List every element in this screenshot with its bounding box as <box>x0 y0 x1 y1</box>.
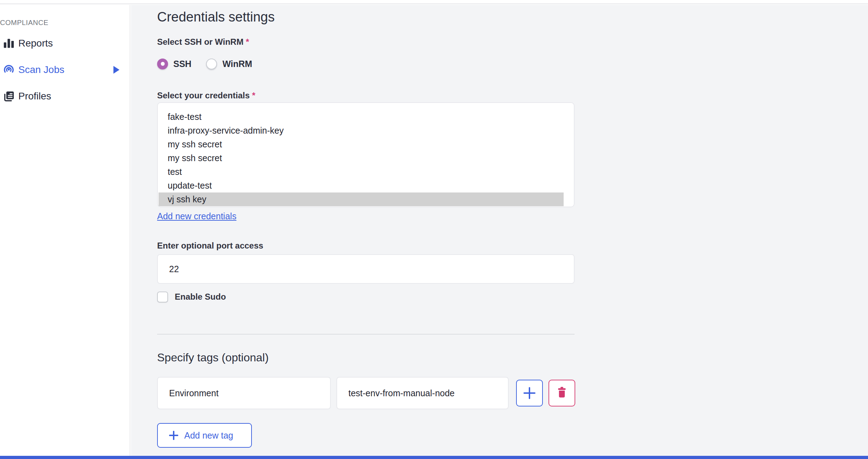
sidebar-item-profiles[interactable]: Profiles <box>0 88 130 104</box>
bottom-accent-bar <box>0 456 868 459</box>
sidebar-section-label: COMPLIANCE <box>0 18 48 27</box>
radio-ssh[interactable] <box>157 59 168 69</box>
page-title: Credentials settings <box>157 7 275 27</box>
enable-sudo-label: Enable Sudo <box>175 292 226 302</box>
sidebar-item-scan-jobs[interactable]: Scan Jobs <box>0 62 130 78</box>
add-new-tag-label: Add new tag <box>184 430 233 441</box>
add-new-credentials-link[interactable]: Add new credentials <box>157 211 236 221</box>
arrow-right-icon[interactable] <box>113 66 119 74</box>
credentials-field-label: Select your credentials * <box>157 90 255 101</box>
required-asterisk: * <box>246 37 249 47</box>
sidebar-item-label: Reports <box>18 38 53 49</box>
credential-option-selected[interactable]: vj ssh key <box>159 192 564 206</box>
delete-tag-row-button[interactable] <box>548 380 575 406</box>
sidebar: COMPLIANCE Reports Scan Jobs <box>0 5 130 459</box>
app-window: COMPLIANCE Reports Scan Jobs <box>0 0 868 459</box>
credential-option[interactable]: test <box>159 165 564 179</box>
enable-sudo-checkbox[interactable] <box>157 292 168 302</box>
protocol-field-label: Select SSH or WinRM * <box>157 37 249 47</box>
protocol-radio-group: SSH WinRM <box>157 58 252 70</box>
trash-icon <box>555 386 569 400</box>
tag-value-input[interactable] <box>336 377 509 409</box>
radar-icon <box>3 64 15 76</box>
plus-icon <box>169 431 178 440</box>
top-border <box>0 0 868 4</box>
sidebar-item-label: Profiles <box>18 91 51 102</box>
tag-key-input[interactable] <box>157 377 331 409</box>
radio-winrm-label: WinRM <box>222 59 252 69</box>
credential-option[interactable]: fake-test <box>159 110 564 124</box>
radio-option-ssh[interactable]: SSH <box>157 59 191 69</box>
section-divider <box>157 334 575 335</box>
credentials-listbox[interactable]: fake-test infra-proxy-service-admin-key … <box>157 102 575 207</box>
port-input[interactable] <box>157 254 575 284</box>
bar-chart-icon <box>3 37 15 49</box>
sidebar-item-reports[interactable]: Reports <box>0 36 130 51</box>
documents-icon <box>3 90 15 102</box>
radio-ssh-label: SSH <box>173 59 191 69</box>
credential-option[interactable]: my ssh secret <box>159 151 564 165</box>
enable-sudo-row: Enable Sudo <box>157 291 226 302</box>
tags-section-title: Specify tags (optional) <box>157 350 269 365</box>
radio-option-winrm[interactable]: WinRM <box>206 59 252 69</box>
plus-icon <box>523 387 535 399</box>
main-content: Credentials settings Select SSH or WinRM… <box>131 5 868 459</box>
add-tag-row-button[interactable] <box>516 380 543 406</box>
credential-option[interactable]: update-test <box>159 179 564 192</box>
add-new-tag-button[interactable]: Add new tag <box>157 423 252 448</box>
credential-option[interactable]: my ssh secret <box>159 137 564 151</box>
credential-option[interactable]: infra-proxy-service-admin-key <box>159 124 564 137</box>
radio-winrm[interactable] <box>206 59 217 69</box>
sidebar-item-label: Scan Jobs <box>18 64 64 75</box>
required-asterisk: * <box>252 91 255 100</box>
port-field-label: Enter optional port access <box>157 240 263 251</box>
